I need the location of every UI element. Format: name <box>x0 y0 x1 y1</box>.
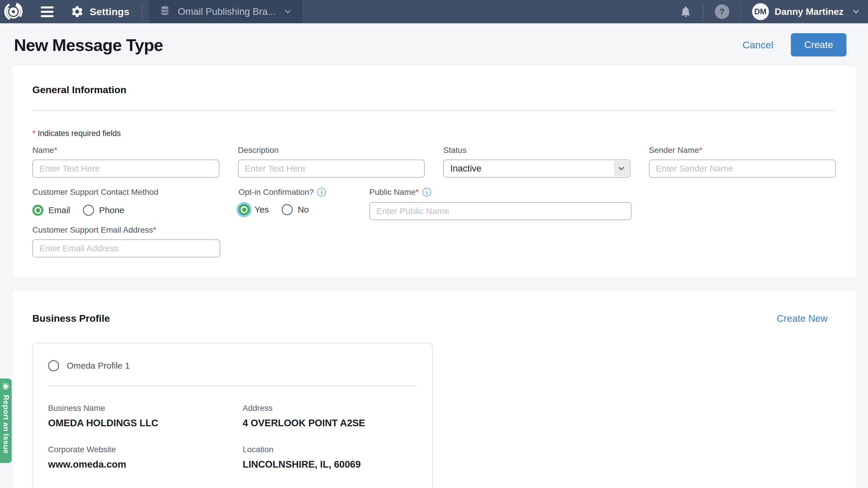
page-header: New Message Type Cancel Create <box>0 33 868 57</box>
business-profile-title: Business Profile <box>32 313 110 324</box>
page-title: New Message Type <box>14 35 163 55</box>
business-profile-card: Business Profile Create New Omeda Profil… <box>12 290 856 488</box>
public-name-input[interactable] <box>369 202 631 220</box>
database-icon <box>159 5 170 18</box>
profile-radio-omeda-profile-1[interactable]: Omeda Profile 1 <box>48 360 417 371</box>
hamburger-menu-icon[interactable] <box>41 6 54 17</box>
user-avatar[interactable]: DM <box>752 3 769 20</box>
radio-selected-icon <box>32 205 43 216</box>
brand-selector-dropdown[interactable]: Omail Publishing Bra... <box>149 0 303 23</box>
settings-nav-label[interactable]: Settings <box>90 6 130 18</box>
support-email-field-group: Customer Support Email Address* <box>32 225 220 257</box>
report-an-issue-label: Report an Issue <box>1 395 10 454</box>
support-email-input[interactable] <box>32 239 220 257</box>
name-input[interactable] <box>32 160 219 177</box>
contact-method-radio-email[interactable]: Email <box>32 205 70 216</box>
radio-unselected-icon <box>282 204 293 215</box>
omeda-logo-icon[interactable] <box>4 2 23 21</box>
opt-in-info-icon[interactable]: i <box>317 188 326 197</box>
public-name-field-group: Public Name* i <box>369 188 631 220</box>
navbar-divider <box>740 4 741 19</box>
opt-in-radio-no[interactable]: No <box>282 204 309 215</box>
create-button[interactable]: Create <box>791 33 846 57</box>
status-select[interactable]: Inactive <box>443 160 630 177</box>
opt-in-label: Opt-in Confirmation? <box>239 188 314 197</box>
contact-method-label: Customer Support Contact Method <box>32 188 220 197</box>
user-menu-chevron-icon[interactable] <box>852 7 861 16</box>
status-selected-value: Inactive <box>450 163 482 174</box>
profile-field-address: Address 4 OVERLOOK POINT A2SE <box>243 403 417 429</box>
radio-unselected-icon <box>83 205 94 216</box>
bug-icon <box>1 382 10 391</box>
top-navbar: Settings Omail Publishing Bra... ? DM Da… <box>0 0 868 23</box>
chevron-down-icon <box>283 7 292 16</box>
contact-method-field-group: Customer Support Contact Method Email Ph… <box>32 188 220 220</box>
profile-field-business-name: Business Name OMEDA HOLDINGS LLC <box>48 403 243 429</box>
sender-name-field-group: Sender Name* <box>649 145 836 177</box>
status-chevron-down-icon <box>614 161 629 176</box>
name-field-group: Name* <box>32 145 219 177</box>
notifications-bell-icon[interactable] <box>679 5 692 18</box>
public-name-label: Public Name* <box>369 188 419 197</box>
status-field-group: Status Inactive <box>443 145 630 177</box>
general-information-title: General Information <box>32 84 836 96</box>
sender-name-label: Sender Name* <box>649 145 836 155</box>
contact-method-radio-phone[interactable]: Phone <box>83 205 124 216</box>
description-label: Description <box>238 145 425 155</box>
profile-field-corporate-website: Corporate Website www.omeda.com <box>48 445 243 470</box>
general-information-card: General Information *Indicates required … <box>12 65 856 278</box>
required-fields-note: *Indicates required fields <box>32 129 836 138</box>
support-email-label: Customer Support Email Address* <box>32 225 220 235</box>
brand-selector-label: Omail Publishing Bra... <box>178 6 276 17</box>
navbar-divider <box>142 4 143 19</box>
profile-option-card: Omeda Profile 1 Business Name OMEDA HOLD… <box>32 343 433 488</box>
required-asterisk: * <box>32 129 35 138</box>
section-divider <box>32 110 836 111</box>
public-name-info-icon[interactable]: i <box>422 188 431 197</box>
user-name[interactable]: Danny Martinez <box>775 6 843 17</box>
report-an-issue-tab[interactable]: Report an Issue <box>0 379 12 463</box>
profile-field-location: Location LINCOLNSHIRE, IL, 60069 <box>243 445 417 470</box>
settings-gear-icon[interactable] <box>70 5 84 18</box>
radio-selected-icon <box>239 204 250 215</box>
profile-divider <box>48 385 417 386</box>
navbar-divider <box>703 4 704 19</box>
opt-in-radio-yes[interactable]: Yes <box>239 204 269 215</box>
description-field-group: Description <box>238 145 425 177</box>
description-input[interactable] <box>238 160 425 177</box>
opt-in-field-group: Opt-in Confirmation? i Yes No <box>239 188 351 220</box>
cancel-button[interactable]: Cancel <box>742 39 773 51</box>
radio-unselected-icon <box>48 360 59 371</box>
help-icon[interactable]: ? <box>715 4 730 19</box>
create-new-profile-link[interactable]: Create New <box>777 313 828 324</box>
status-label: Status <box>443 145 630 155</box>
name-label: Name* <box>32 145 219 155</box>
sender-name-input[interactable] <box>649 160 836 177</box>
